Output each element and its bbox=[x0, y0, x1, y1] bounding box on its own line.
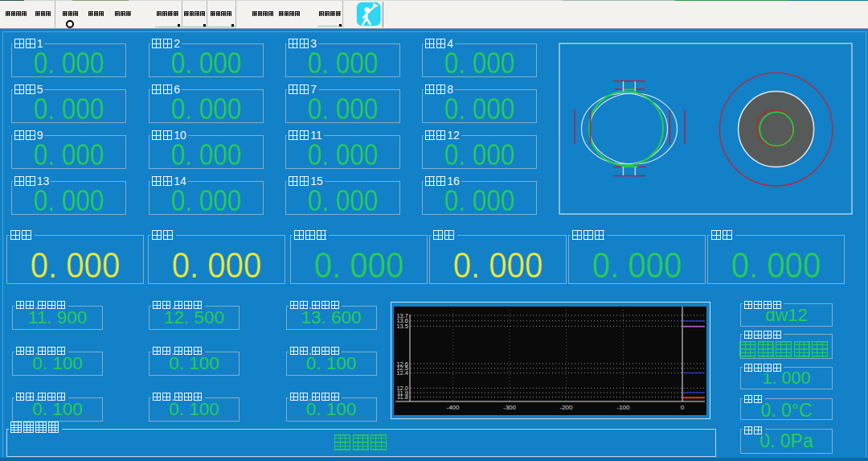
svg-text:-100: -100 bbox=[616, 404, 630, 411]
svg-text:12.4: 12.4 bbox=[396, 369, 408, 377]
svg-text:-300: -300 bbox=[503, 404, 517, 411]
svg-text:11.8: 11.8 bbox=[397, 393, 408, 401]
svg-text:-400: -400 bbox=[446, 404, 460, 411]
svg-text:0: 0 bbox=[681, 404, 685, 411]
svg-text:13.5: 13.5 bbox=[396, 323, 408, 330]
svg-text:-200: -200 bbox=[559, 404, 573, 411]
